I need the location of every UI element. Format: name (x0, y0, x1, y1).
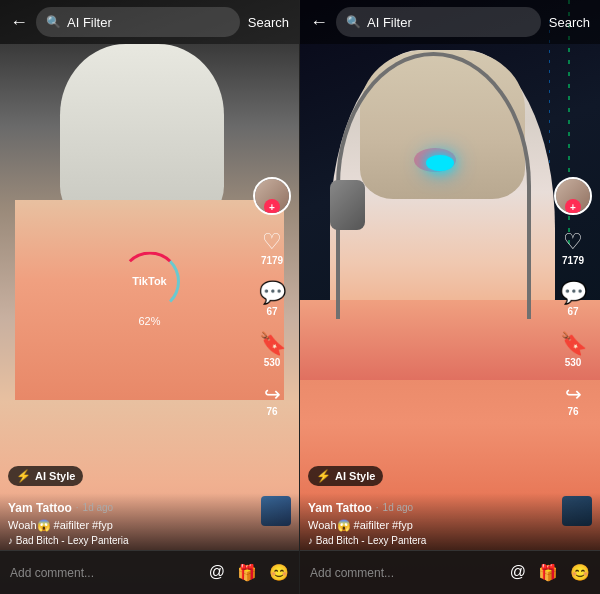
follow-button-left[interactable]: + (264, 199, 280, 215)
loader-brand: TikTok (132, 275, 166, 287)
share-icon-right: ↪ (565, 384, 582, 404)
search-query-left: AI Filter (67, 15, 112, 30)
comment-icons-right: @ 🎁 😊 (510, 563, 590, 582)
like-action-left[interactable]: ♡ 7179 (261, 231, 283, 266)
comment-count-left: 67 (266, 306, 277, 317)
bookmark-icon-right: 🔖 (560, 333, 587, 355)
bookmark-icon-left: 🔖 (259, 333, 286, 355)
ai-badge-left[interactable]: ⚡ AI Style (8, 466, 83, 486)
search-bar-left[interactable]: 🔍 AI Filter (36, 7, 240, 37)
search-bar-right[interactable]: 🔍 AI Filter (336, 7, 541, 37)
search-icon-right: 🔍 (346, 15, 361, 29)
heart-icon-right: ♡ (563, 231, 583, 253)
share-action-right[interactable]: ↪ 76 (565, 384, 582, 417)
at-icon-right[interactable]: @ (510, 563, 526, 582)
search-button-left[interactable]: Search (248, 15, 289, 30)
like-count-left: 7179 (261, 255, 283, 266)
left-panel: ← 🔍 AI Filter Search TikTok 62% ⚡ AI Sty… (0, 0, 300, 594)
comment-icons-left: @ 🎁 😊 (209, 563, 289, 582)
bookmark-action-left[interactable]: 🔖 530 (259, 333, 286, 368)
comment-icon-right: 💬 (560, 282, 587, 304)
separator-left: · (76, 502, 79, 513)
username-right[interactable]: Yam Tattoo (308, 501, 372, 515)
comment-placeholder-right[interactable]: Add comment... (310, 566, 500, 580)
action-buttons-right: + ♡ 7179 💬 67 🔖 530 ↪ 76 (554, 177, 592, 417)
like-action-right[interactable]: ♡ 7179 (562, 231, 584, 266)
comment-placeholder-left[interactable]: Add comment... (10, 566, 199, 580)
ai-badge-label-right: AI Style (335, 470, 375, 482)
caption-left: Woah😱 #aifilter #fyp (8, 518, 291, 532)
ai-badge-label-left: AI Style (35, 470, 75, 482)
back-button-left[interactable]: ← (10, 12, 28, 33)
search-query-right: AI Filter (367, 15, 412, 30)
bottom-overlay-right: Yam Tattoo · 1d ago Woah😱 #aifilter #fyp… (300, 493, 600, 550)
ai-badge-icon-left: ⚡ (16, 469, 31, 483)
bottom-overlay-left: Yam Tattoo · 1d ago Woah😱 #aifilter #fyp… (0, 493, 299, 550)
emoji-icon-left[interactable]: 😊 (269, 563, 289, 582)
caption-right: Woah😱 #aifilter #fyp (308, 518, 592, 532)
bookmark-count-left: 530 (264, 357, 281, 368)
top-bar-left: ← 🔍 AI Filter Search (0, 0, 299, 44)
music-text-right: ♪ Bad Bitch - Lexy Pantera (308, 535, 426, 546)
username-left[interactable]: Yam Tattoo (8, 501, 72, 515)
time-left: 1d ago (83, 502, 114, 513)
comment-icon-left: 💬 (259, 282, 286, 304)
music-text-left: ♪ Bad Bitch - Lexy Panteria (8, 535, 129, 546)
music-row-right[interactable]: ♪ Bad Bitch - Lexy Pantera (308, 535, 592, 546)
gift-icon-left[interactable]: 🎁 (237, 563, 257, 582)
follow-button-right[interactable]: + (565, 199, 581, 215)
tiktok-loader: TikTok 62% (120, 251, 180, 327)
separator-right: · (376, 502, 379, 513)
ai-badge-icon-right: ⚡ (316, 469, 331, 483)
search-icon-left: 🔍 (46, 15, 61, 29)
action-buttons-left: + ♡ 7179 💬 67 🔖 530 ↪ 76 (253, 177, 291, 417)
at-icon-left[interactable]: @ (209, 563, 225, 582)
top-bar-right: ← 🔍 AI Filter Search (300, 0, 600, 44)
avatar-right[interactable]: + (554, 177, 592, 215)
avatar-left[interactable]: + (253, 177, 291, 215)
heart-icon-left: ♡ (262, 231, 282, 253)
bookmark-action-right[interactable]: 🔖 530 (560, 333, 587, 368)
like-count-right: 7179 (562, 255, 584, 266)
username-row-right: Yam Tattoo · 1d ago (308, 501, 592, 515)
comment-action-left[interactable]: 💬 67 (259, 282, 286, 317)
comment-bar-left: Add comment... @ 🎁 😊 (0, 550, 299, 594)
comment-bar-right: Add comment... @ 🎁 😊 (300, 550, 600, 594)
bookmark-count-right: 530 (565, 357, 582, 368)
share-action-left[interactable]: ↪ 76 (264, 384, 281, 417)
back-button-right[interactable]: ← (310, 12, 328, 33)
username-row-left: Yam Tattoo · 1d ago (8, 501, 291, 515)
emoji-icon-right[interactable]: 😊 (570, 563, 590, 582)
loader-percent: 62% (138, 315, 160, 327)
time-right: 1d ago (383, 502, 414, 513)
ai-badge-right[interactable]: ⚡ AI Style (308, 466, 383, 486)
share-icon-left: ↪ (264, 384, 281, 404)
share-count-right: 76 (567, 406, 578, 417)
comment-count-right: 67 (567, 306, 578, 317)
loader-circle: TikTok (120, 251, 180, 311)
gift-icon-right[interactable]: 🎁 (538, 563, 558, 582)
music-row-left[interactable]: ♪ Bad Bitch - Lexy Panteria (8, 535, 291, 546)
comment-action-right[interactable]: 💬 67 (560, 282, 587, 317)
right-panel: ← 🔍 AI Filter Search ⚡ AI Style + ♡ 7179… (300, 0, 600, 594)
share-count-left: 76 (266, 406, 277, 417)
search-button-right[interactable]: Search (549, 15, 590, 30)
